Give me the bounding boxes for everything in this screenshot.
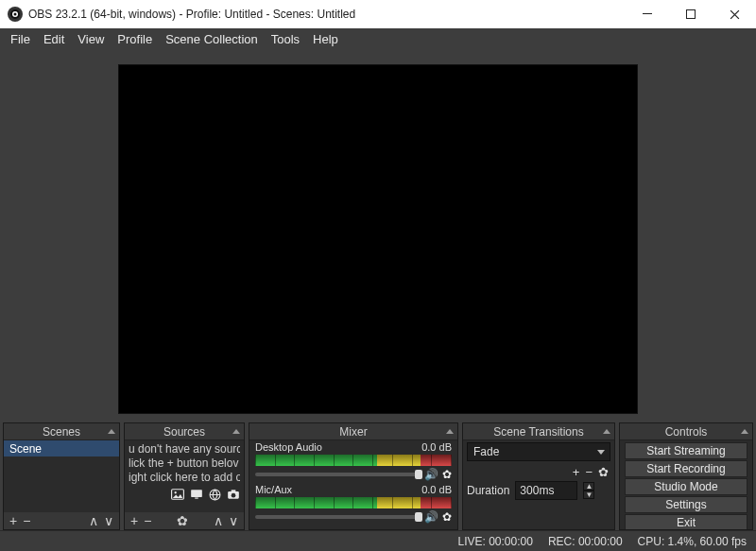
svg-point-2	[14, 13, 17, 16]
statusbar: LIVE: 00:00:00 REC: 00:00:00 CPU: 1.4%, …	[0, 530, 756, 551]
globe-source-icon	[209, 489, 221, 504]
status-rec: REC: 00:00:00	[548, 535, 623, 548]
preview-canvas[interactable]	[118, 64, 638, 414]
scene-up-icon[interactable]: ∧	[89, 514, 98, 527]
controls-body: Start Streaming Start Recording Studio M…	[620, 440, 752, 529]
mixer-settings-icon[interactable]: ✿	[442, 510, 452, 524]
docks-row: Scenes Scene + − ∧ ∨ Sources u don't hav…	[0, 422, 756, 530]
menu-file[interactable]: File	[4, 28, 37, 51]
start-recording-button[interactable]: Start Recording	[625, 460, 747, 477]
transitions-header[interactable]: Scene Transitions	[463, 423, 614, 440]
speaker-icon[interactable]: 🔊	[424, 468, 438, 481]
source-settings-icon[interactable]: ✿	[177, 514, 188, 527]
mixer-channel-mic: Mic/Aux 0.0 dB 🔊 ✿	[249, 483, 457, 525]
menu-help[interactable]: Help	[306, 28, 345, 51]
sources-header[interactable]: Sources	[125, 423, 244, 440]
close-button[interactable]	[713, 0, 756, 28]
svg-rect-4	[687, 10, 696, 19]
volume-meter	[255, 497, 452, 508]
remove-source-icon[interactable]: −	[144, 514, 151, 527]
mixer-settings-icon[interactable]: ✿	[442, 468, 452, 481]
menu-tools[interactable]: Tools	[265, 28, 306, 51]
menu-scene-collection[interactable]: Scene Collection	[159, 28, 265, 51]
display-source-icon	[190, 489, 203, 504]
menu-profile[interactable]: Profile	[111, 28, 159, 51]
transitions-body: Fade + − ✿ Duration 300ms ▲▼	[463, 440, 614, 529]
scenes-header[interactable]: Scenes	[4, 423, 119, 440]
menu-edit[interactable]: Edit	[37, 28, 71, 51]
channel-name: Mic/Aux	[255, 484, 292, 495]
start-streaming-button[interactable]: Start Streaming	[625, 442, 747, 459]
status-live: LIVE: 00:00:00	[457, 535, 532, 548]
image-source-icon	[171, 489, 184, 504]
duration-label: Duration	[467, 484, 509, 497]
mixer-dock: Mixer Desktop Audio 0.0 dB 🔊 ✿	[249, 422, 458, 530]
transition-settings-icon[interactable]: ✿	[598, 465, 609, 479]
camera-source-icon	[227, 489, 240, 504]
controls-header[interactable]: Controls	[620, 423, 752, 440]
svg-rect-8	[195, 498, 198, 499]
volume-meter	[255, 455, 452, 466]
volume-slider[interactable]	[255, 473, 421, 476]
scene-down-icon[interactable]: ∨	[104, 514, 113, 527]
add-source-icon[interactable]: +	[130, 514, 138, 527]
controls-dock: Controls Start Streaming Start Recording…	[619, 422, 753, 530]
remove-transition-icon[interactable]: −	[585, 465, 593, 479]
settings-button[interactable]: Settings	[625, 496, 747, 513]
sources-toolbar: + − ✿ ∧ ∨	[125, 512, 244, 529]
svg-rect-11	[232, 490, 236, 491]
duration-spinner[interactable]: ▲▼	[583, 482, 594, 499]
mixer-header[interactable]: Mixer	[249, 423, 457, 440]
svg-point-6	[175, 491, 177, 493]
preview-area	[0, 51, 756, 422]
scene-row[interactable]: Scene	[4, 440, 119, 456]
studio-mode-button[interactable]: Studio Mode	[625, 478, 747, 495]
minimize-button[interactable]	[626, 0, 669, 28]
remove-scene-icon[interactable]: −	[23, 514, 30, 527]
sources-dock: Sources u don't have any sourc lick the …	[124, 422, 245, 530]
channel-db: 0.0 dB	[421, 441, 452, 453]
status-cpu: CPU: 1.4%, 60.00 fps	[638, 535, 747, 548]
exit-button[interactable]: Exit	[625, 514, 747, 529]
svg-point-12	[232, 493, 236, 498]
volume-slider[interactable]	[255, 515, 421, 519]
add-transition-icon[interactable]: +	[573, 465, 580, 479]
source-up-icon[interactable]: ∧	[214, 514, 223, 527]
mixer-channel-desktop: Desktop Audio 0.0 dB 🔊 ✿	[249, 440, 457, 483]
sources-hint: u don't have any sourc lick the + button…	[125, 440, 244, 487]
duration-input[interactable]: 300ms	[515, 481, 577, 500]
source-down-icon[interactable]: ∨	[229, 514, 238, 527]
svg-rect-3	[643, 13, 652, 14]
speaker-icon[interactable]: 🔊	[424, 510, 438, 524]
obs-logo-icon	[8, 7, 23, 22]
scenes-list[interactable]: Scene	[4, 440, 119, 512]
add-scene-icon[interactable]: +	[9, 514, 17, 527]
transition-select[interactable]: Fade	[467, 442, 610, 461]
menu-view[interactable]: View	[71, 28, 111, 51]
scenes-dock: Scenes Scene + − ∧ ∨	[3, 422, 120, 530]
sources-list[interactable]: u don't have any sourc lick the + button…	[125, 440, 244, 512]
mixer-body: Desktop Audio 0.0 dB 🔊 ✿ Mic	[249, 440, 457, 529]
window-title: OBS 23.2.1 (64-bit, windows) - Profile: …	[28, 8, 626, 21]
channel-db: 0.0 dB	[421, 484, 452, 495]
svg-rect-7	[191, 490, 202, 497]
channel-name: Desktop Audio	[255, 441, 322, 453]
scenes-toolbar: + − ∧ ∨	[4, 512, 119, 529]
menubar: File Edit View Profile Scene Collection …	[0, 28, 756, 51]
transitions-dock: Scene Transitions Fade + − ✿ Duration 30…	[462, 422, 615, 530]
maximize-button[interactable]	[669, 0, 713, 28]
window-titlebar: OBS 23.2.1 (64-bit, windows) - Profile: …	[0, 0, 756, 28]
